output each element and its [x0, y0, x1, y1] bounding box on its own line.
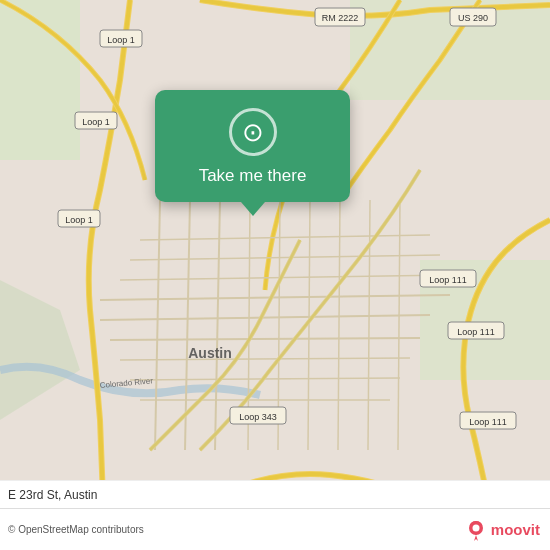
take-me-there-button[interactable]: Take me there — [199, 166, 307, 186]
svg-text:Loop 1: Loop 1 — [82, 117, 110, 127]
svg-text:RM 2222: RM 2222 — [322, 13, 359, 23]
svg-text:Loop 1: Loop 1 — [65, 215, 93, 225]
pin-icon: ⊙ — [242, 119, 264, 145]
moovit-logo[interactable]: moovit — [465, 519, 540, 541]
svg-text:Loop 1: Loop 1 — [107, 35, 135, 45]
moovit-icon — [465, 519, 487, 541]
svg-text:Loop 111: Loop 111 — [429, 275, 467, 285]
location-label: E 23rd St, Austin — [0, 480, 550, 508]
moovit-text: moovit — [491, 521, 540, 538]
svg-point-44 — [472, 524, 479, 531]
popup-card[interactable]: ⊙ Take me there — [155, 90, 350, 202]
location-text: E 23rd St, Austin — [8, 488, 97, 502]
osm-credit: © OpenStreetMap contributors — [8, 524, 144, 535]
popup-icon-wrap: ⊙ — [229, 108, 277, 156]
svg-text:Loop 111: Loop 111 — [469, 417, 507, 427]
bottom-bar: © OpenStreetMap contributors moovit — [0, 508, 550, 550]
map-container: RM 2222 US 290 Loop 1 Loop 1 Loop 1 Loop… — [0, 0, 550, 550]
svg-text:US 290: US 290 — [458, 13, 488, 23]
svg-text:Loop 343: Loop 343 — [239, 412, 277, 422]
svg-text:Austin: Austin — [188, 345, 232, 361]
svg-text:Loop 111: Loop 111 — [457, 327, 495, 337]
map-svg: RM 2222 US 290 Loop 1 Loop 1 Loop 1 Loop… — [0, 0, 550, 550]
